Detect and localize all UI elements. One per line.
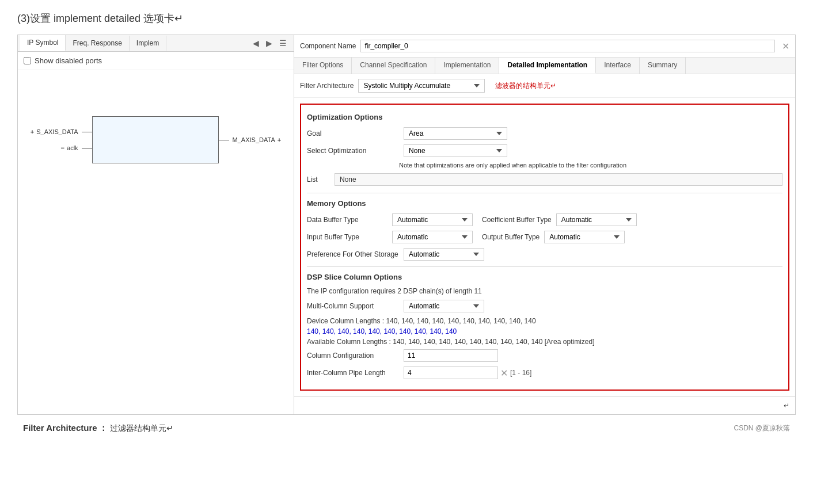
port-aclk: − aclk — [61, 144, 92, 151]
red-border-section: Optimization Options Goal Area Speed Sel… — [300, 104, 789, 391]
footer-credit: CSDN @夏凉秋落 — [734, 424, 790, 432]
goal-label: Goal — [307, 129, 399, 138]
inter-column-input-group: ✕ [1 - 16] — [404, 366, 531, 379]
tab-channel-spec[interactable]: Channel Specification — [352, 58, 435, 74]
select-optimization-label: Select Optimization — [307, 147, 399, 155]
dsp-info: The IP configuration requires 2 DSP chai… — [307, 287, 782, 295]
output-buffer-select[interactable]: Automatic BRAM LUTRAM SRL — [544, 231, 625, 243]
tab-interface[interactable]: Interface — [596, 58, 640, 74]
goal-select[interactable]: Area Speed — [404, 127, 507, 140]
goal-row: Goal Area Speed — [307, 127, 782, 140]
component-close-icon[interactable]: ✕ — [782, 41, 789, 52]
bottom-bar: ↵ — [294, 396, 795, 414]
inter-column-label: Inter-Column Pipe Length — [307, 369, 399, 377]
footer-right: CSDN @夏凉秋落 — [734, 423, 790, 433]
optimization-note: Note that optimizations are only applied… — [307, 162, 782, 169]
data-buffer-label: Data Buffer Type — [307, 216, 387, 224]
inter-column-clear-icon[interactable]: ✕ — [500, 368, 508, 379]
input-buffer-select[interactable]: Automatic BRAM LUTRAM SRL — [392, 231, 473, 243]
preference-label: Preference For Other Storage — [307, 250, 399, 258]
optimization-title: Optimization Options — [307, 113, 782, 121]
inter-column-row: Inter-Column Pipe Length ✕ [1 - 16] — [307, 366, 782, 379]
tab-bar: IP Symbol Freq. Response Implem ◀ ▶ ☰ — [18, 35, 294, 52]
tab-detailed-impl[interactable]: Detailed Implementation — [499, 58, 596, 74]
column-config-label: Column Configuration — [307, 352, 399, 360]
device-column-text2-value: 140, 140, 140, 140, 140, 140, 140, 140, … — [307, 327, 457, 335]
dsp-section: DSP Slice Column Options The IP configur… — [307, 273, 782, 379]
filter-arch-bar: Filter Architecture Systolic Multiply Ac… — [294, 74, 795, 98]
show-disabled-ports-checkbox[interactable] — [24, 57, 31, 64]
footer-colon: ： — [99, 423, 108, 433]
inter-column-input[interactable] — [404, 366, 498, 379]
nav-tabs: Filter Options Channel Specification Imp… — [294, 58, 795, 74]
tab-nav-left-icon[interactable]: ◀ — [250, 37, 261, 49]
multi-column-select[interactable]: Automatic Manual — [404, 300, 484, 312]
multi-column-row: Multi-Column Support Automatic Manual — [307, 300, 782, 312]
port-plus-left-top: + — [31, 128, 34, 135]
memory-section: Memory Options Data Buffer Type Automati… — [307, 199, 782, 261]
footer-description: 过滤器结构单元↵ — [110, 423, 173, 433]
left-toolbar: Show disabled ports — [18, 52, 294, 70]
data-buffer-row: Data Buffer Type Automatic BRAM LUTRAM S… — [307, 213, 782, 226]
port-s-axis-data: + S_AXIS_DATA — [31, 128, 92, 135]
filter-arch-select[interactable]: Systolic Multiply Accumulate Transposed … — [358, 79, 485, 93]
tab-nav-right-icon[interactable]: ▶ — [264, 37, 275, 49]
footer-left: Filter Architecture ： 过滤器结构单元↵ — [23, 423, 173, 434]
preference-select[interactable]: Automatic BRAM LUTRAM SRL — [404, 248, 484, 261]
page-title: (3)设置 implement detailed 选项卡↵ — [17, 12, 796, 25]
footer-label: Filter Architecture — [23, 423, 97, 433]
input-buffer-label: Input Buffer Type — [307, 233, 387, 241]
input-buffer-row: Input Buffer Type Automatic BRAM LUTRAM … — [307, 231, 782, 243]
output-buffer-label: Output Buffer Type — [482, 233, 540, 241]
port-m-axis-label: M_AXIS_DATA — [233, 136, 275, 143]
optimization-section: Optimization Options Goal Area Speed Sel… — [307, 113, 782, 186]
tab-implem[interactable]: Implem — [130, 36, 166, 51]
column-config-row: Column Configuration — [307, 349, 782, 362]
component-name-label: Component Name — [300, 42, 356, 50]
tab-filter-options[interactable]: Filter Options — [294, 58, 352, 74]
port-s-axis-label: S_AXIS_DATA — [36, 128, 78, 135]
port-aclk-label: aclk — [67, 144, 78, 151]
tab-implementation[interactable]: Implementation — [435, 58, 499, 74]
port-minus-left-bottom: − — [61, 144, 64, 151]
ip-diagram: + S_AXIS_DATA − aclk — [18, 70, 294, 209]
return-arrow-right: ↵ — [784, 402, 789, 410]
coeff-buffer-select[interactable]: Automatic BRAM LUTRAM SRL — [556, 213, 637, 226]
list-label: List — [307, 175, 330, 184]
list-value: None — [335, 173, 782, 186]
filter-arch-annotation: 滤波器的结构单元↵ — [495, 81, 556, 91]
port-m-axis-data: M_AXIS_DATA + — [219, 136, 282, 143]
tab-ip-symbol[interactable]: IP Symbol — [20, 35, 66, 51]
list-row: List None — [307, 173, 782, 186]
data-buffer-select[interactable]: Automatic BRAM LUTRAM SRL — [392, 213, 473, 226]
coeff-buffer-label: Coefficient Buffer Type — [482, 216, 552, 224]
multi-column-label: Multi-Column Support — [307, 302, 399, 310]
component-name-bar: Component Name ✕ — [294, 35, 795, 58]
content-area: Optimization Options Goal Area Speed Sel… — [294, 98, 795, 396]
available-column-text: Available Column Lengths : 140, 140, 140… — [307, 338, 782, 346]
preference-row: Preference For Other Storage Automatic B… — [307, 248, 782, 261]
right-panel: Component Name ✕ Filter Options Channel … — [294, 35, 795, 414]
select-optimization-row: Select Optimization None Resource Sharin… — [307, 144, 782, 157]
select-optimization-select[interactable]: None Resource Sharing Symmetric Coeffici… — [404, 144, 507, 157]
ip-block — [92, 116, 219, 163]
component-name-input[interactable] — [360, 40, 775, 52]
port-plus-right: + — [278, 136, 281, 143]
column-config-input[interactable] — [404, 349, 498, 362]
device-column-text1: Device Column Lengths : 140, 140, 140, 1… — [307, 317, 782, 325]
footer-area: Filter Architecture ： 过滤器结构单元↵ CSDN @夏凉秋… — [17, 423, 796, 434]
show-disabled-ports-label: Show disabled ports — [35, 56, 102, 65]
left-panel: IP Symbol Freq. Response Implem ◀ ▶ ☰ Sh… — [18, 35, 294, 414]
memory-title: Memory Options — [307, 199, 782, 208]
tab-freq-response[interactable]: Freq. Response — [66, 36, 129, 51]
tab-menu-icon[interactable]: ☰ — [277, 37, 289, 49]
dsp-title: DSP Slice Column Options — [307, 273, 782, 281]
inter-column-range: [1 - 16] — [510, 369, 531, 377]
device-column-text2: 140, 140, 140, 140, 140, 140, 140, 140, … — [307, 327, 782, 335]
tab-summary[interactable]: Summary — [640, 58, 686, 74]
filter-arch-label: Filter Architecture — [300, 82, 354, 90]
